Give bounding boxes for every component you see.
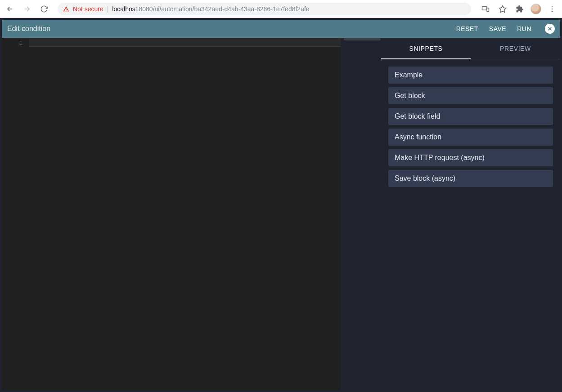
line-number: 1: [2, 40, 22, 46]
side-panel-tabs: SNIPPETS PREVIEW: [381, 38, 560, 59]
code-input[interactable]: [29, 38, 341, 390]
snippet-item[interactable]: Example: [388, 67, 553, 84]
url-bar[interactable]: Not secure | localhost:8080/ui/automatio…: [58, 3, 471, 15]
header-actions: RESET SAVE RUN: [456, 24, 555, 34]
profile-avatar[interactable]: [531, 4, 541, 14]
forward-button[interactable]: [21, 3, 33, 15]
close-icon: [547, 26, 553, 32]
snippet-item[interactable]: Get block field: [388, 108, 553, 125]
bookmark-star-icon[interactable]: [496, 3, 509, 15]
svg-rect-1: [487, 8, 489, 11]
svg-point-4: [552, 11, 553, 12]
editor-minimap-gap: [341, 38, 381, 390]
svg-point-3: [552, 8, 553, 9]
snippet-item[interactable]: Get block: [388, 87, 553, 104]
url-text: localhost:8080/ui/automation/ba342aed-d4…: [112, 5, 309, 13]
editor-gutter: 1: [2, 38, 29, 390]
save-button[interactable]: SAVE: [489, 25, 506, 32]
app-header: Edit condition RESET SAVE RUN: [2, 20, 560, 38]
kebab-menu-icon[interactable]: [546, 3, 558, 15]
snippet-item[interactable]: Async function: [388, 129, 553, 146]
snippet-list: Example Get block Get block field Async …: [381, 59, 560, 194]
svg-point-2: [552, 6, 553, 7]
reload-button[interactable]: [38, 3, 50, 15]
page-title: Edit condition: [7, 25, 456, 33]
scrollbar-thumb[interactable]: [344, 38, 381, 40]
tab-preview[interactable]: PREVIEW: [471, 38, 560, 59]
close-button[interactable]: [545, 24, 555, 34]
code-editor: 1: [2, 38, 381, 390]
reset-button[interactable]: RESET: [456, 25, 478, 32]
snippet-item[interactable]: Make HTTP request (async): [388, 149, 553, 166]
back-button[interactable]: [4, 3, 16, 15]
app-body: Edit condition RESET SAVE RUN 1 SNIPPETS: [0, 18, 562, 392]
extensions-icon[interactable]: [513, 3, 526, 15]
browser-chrome: Not secure | localhost:8080/ui/automatio…: [0, 0, 562, 18]
warning-icon: [63, 6, 69, 12]
run-button[interactable]: RUN: [517, 25, 531, 32]
tab-snippets[interactable]: SNIPPETS: [381, 38, 471, 59]
app-content: 1 SNIPPETS PREVIEW Example Get block Get…: [2, 38, 560, 390]
not-secure-label: Not secure: [73, 5, 103, 13]
side-panel: SNIPPETS PREVIEW Example Get block Get b…: [381, 38, 560, 390]
svg-rect-0: [482, 6, 487, 10]
url-separator: |: [107, 5, 109, 13]
device-toolbar-icon[interactable]: [479, 3, 492, 15]
code-area[interactable]: [29, 38, 341, 390]
snippet-item[interactable]: Save block (async): [388, 170, 553, 187]
